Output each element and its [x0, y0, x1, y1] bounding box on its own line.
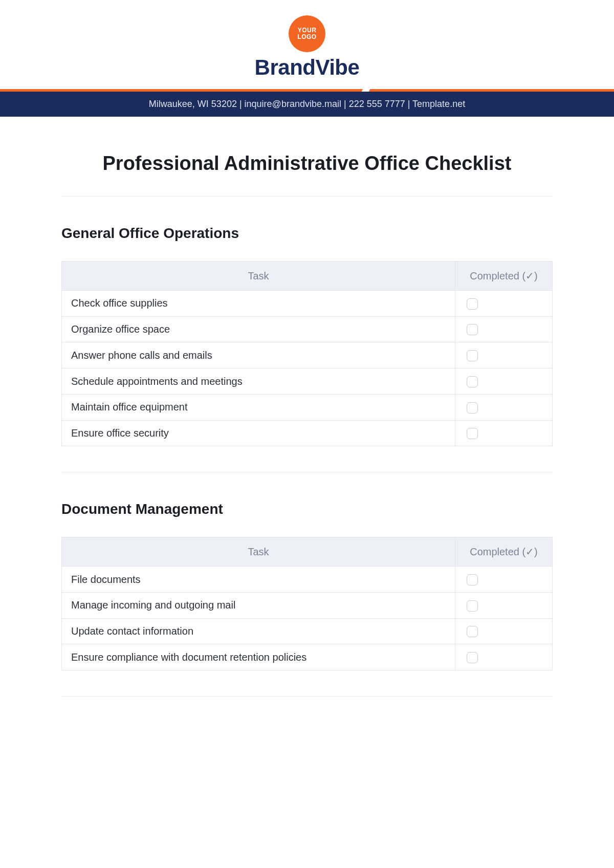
col-task: Task [62, 262, 455, 291]
table-row: Manage incoming and outgoing mail [62, 593, 553, 619]
table-header-row: Task Completed (✓) [62, 262, 553, 291]
page-title: Professional Administrative Office Check… [61, 153, 553, 175]
contact-info-bar: Milwaukee, WI 53202 | inquire@brandvibe.… [0, 92, 614, 117]
col-completed: Completed (✓) [455, 262, 553, 291]
logo-icon: YOUR LOGO [289, 15, 325, 52]
header: YOUR LOGO BrandVibe [0, 0, 614, 80]
checklist-table: Task Completed (✓) Check office supplies… [61, 261, 553, 446]
checklist-table: Task Completed (✓) File documents Manage… [61, 537, 553, 670]
section-heading: General Office Operations [61, 225, 553, 242]
completed-cell [455, 618, 553, 644]
table-row: Organize office space [62, 316, 553, 342]
task-cell: Ensure compliance with document retentio… [62, 644, 455, 670]
divider [61, 196, 553, 197]
checkbox[interactable] [467, 324, 478, 335]
content: Professional Administrative Office Check… [0, 117, 614, 717]
table-row: Ensure compliance with document retentio… [62, 644, 553, 670]
completed-cell [455, 420, 553, 446]
checkbox[interactable] [467, 376, 478, 387]
task-cell: Ensure office security [62, 420, 455, 446]
checkbox[interactable] [467, 428, 478, 439]
logo-text-line2: LOGO [297, 34, 316, 40]
task-cell: Answer phone calls and emails [62, 342, 455, 368]
completed-cell [455, 593, 553, 619]
checkbox[interactable] [467, 350, 478, 361]
brand-name: BrandVibe [0, 55, 614, 80]
completed-cell [455, 316, 553, 342]
col-task: Task [62, 537, 455, 567]
task-cell: Organize office space [62, 316, 455, 342]
page: YOUR LOGO BrandVibe Milwaukee, WI 53202 … [0, 0, 614, 717]
task-cell: Check office supplies [62, 291, 455, 317]
divider [61, 696, 553, 697]
task-cell: File documents [62, 567, 455, 593]
table-row: Maintain office equipment [62, 394, 553, 420]
table-row: Update contact information [62, 618, 553, 644]
task-cell: Update contact information [62, 618, 455, 644]
completed-cell [455, 291, 553, 317]
task-cell: Maintain office equipment [62, 394, 455, 420]
checkbox[interactable] [467, 626, 478, 637]
table-row: Answer phone calls and emails [62, 342, 553, 368]
table-row: Schedule appointments and meetings [62, 368, 553, 395]
completed-cell [455, 644, 553, 670]
table-header-row: Task Completed (✓) [62, 537, 553, 567]
checkbox[interactable] [467, 600, 478, 612]
task-cell: Schedule appointments and meetings [62, 368, 455, 395]
accent-bar [0, 89, 614, 92]
completed-cell [455, 567, 553, 593]
completed-cell [455, 342, 553, 368]
task-cell: Manage incoming and outgoing mail [62, 593, 455, 619]
checkbox[interactable] [467, 574, 478, 585]
divider [61, 472, 553, 472]
checkbox[interactable] [467, 652, 478, 663]
section-heading: Document Management [61, 501, 553, 517]
completed-cell [455, 368, 553, 395]
col-completed: Completed (✓) [455, 537, 553, 567]
completed-cell [455, 394, 553, 420]
checkbox[interactable] [467, 402, 478, 414]
table-row: Ensure office security [62, 420, 553, 446]
table-row: File documents [62, 567, 553, 593]
table-row: Check office supplies [62, 291, 553, 317]
checkbox[interactable] [467, 298, 478, 310]
